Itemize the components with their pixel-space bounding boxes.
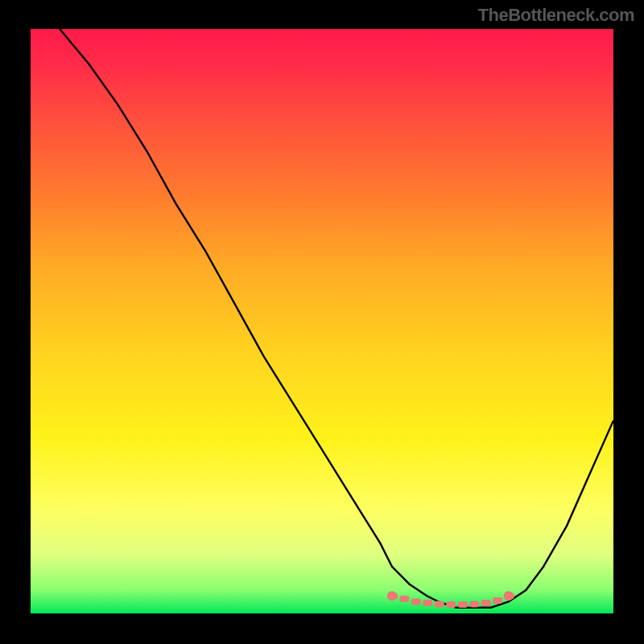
bottleneck-curve — [60, 29, 613, 608]
marker-dot — [458, 601, 468, 608]
marker-dot — [493, 597, 502, 604]
chart-container: TheBottleneck.com — [0, 0, 644, 644]
watermark-text: TheBottleneck.com — [478, 5, 634, 26]
marker-dot — [399, 596, 409, 602]
plot-area — [31, 29, 613, 613]
marker-dot — [446, 601, 456, 608]
marker-dot — [411, 599, 421, 605]
marker-end — [504, 591, 514, 601]
marker-dot — [435, 601, 444, 607]
chart-svg — [31, 29, 613, 613]
marker-dot — [481, 600, 491, 606]
marker-end — [387, 591, 397, 601]
marker-dot — [423, 600, 432, 606]
marker-dot — [469, 601, 479, 607]
